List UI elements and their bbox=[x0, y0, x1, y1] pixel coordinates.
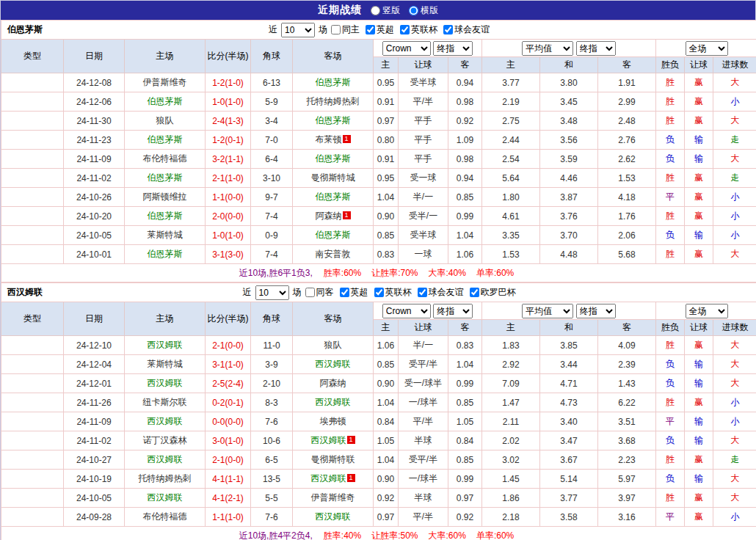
filter-checkbox-input[interactable] bbox=[366, 25, 375, 34]
avg-odds-cell: 3.87 bbox=[540, 188, 598, 207]
away-team-link[interactable]: 阿森纳 bbox=[316, 211, 342, 221]
home-team-link[interactable]: 西汉姆联 bbox=[148, 416, 183, 426]
handicap-odds-cell: 受半/一 bbox=[399, 207, 448, 226]
odds-time-select[interactable]: 终指 bbox=[433, 304, 473, 318]
filter-checkbox[interactable]: 英超 bbox=[366, 23, 394, 36]
league-cell: 英超 bbox=[1, 188, 64, 207]
avg-odds-cell: 3.47 bbox=[540, 431, 598, 450]
home-cell: 西汉姆联 bbox=[125, 412, 206, 431]
home-team-link[interactable]: 伯恩茅斯 bbox=[148, 96, 183, 106]
avg-time-select[interactable]: 终指 bbox=[576, 41, 616, 56]
avg-type-select[interactable]: 平均值 bbox=[522, 41, 573, 56]
home-team-link[interactable]: 狼队 bbox=[156, 115, 174, 125]
away-team-link[interactable]: 阿森纳 bbox=[320, 378, 346, 388]
vertical-layout-radio[interactable] bbox=[371, 6, 380, 15]
home-team-link[interactable]: 纽卡斯尔联 bbox=[143, 397, 187, 407]
home-team-link[interactable]: 伊普斯维奇 bbox=[143, 77, 187, 87]
filter-checkbox[interactable]: 球会友谊 bbox=[443, 23, 490, 36]
home-team-link[interactable]: 西汉姆联 bbox=[148, 454, 183, 464]
filter-checkbox[interactable]: 英超 bbox=[340, 286, 368, 299]
filter-checkbox[interactable]: 英联杯 bbox=[374, 286, 412, 299]
away-team-link[interactable]: 南安普敦 bbox=[316, 249, 351, 259]
home-team-link[interactable]: 诺丁汉森林 bbox=[143, 435, 187, 445]
avg-odds-cell: 1.53 bbox=[482, 245, 540, 264]
result-cell: 平 bbox=[656, 188, 685, 207]
odds-time-select[interactable]: 终指 bbox=[433, 41, 473, 56]
away-team-link[interactable]: 西汉姆联 bbox=[316, 511, 351, 522]
home-team-link[interactable]: 莱斯特城 bbox=[148, 359, 183, 369]
match-row: 英超24-11-02伯恩茅斯2-1(1-0)3-10曼彻斯特城0.95受一球0.… bbox=[1, 169, 756, 188]
scope-select[interactable]: 全场 bbox=[686, 304, 728, 318]
match-count-select[interactable]: 10 bbox=[255, 285, 289, 300]
home-team-link[interactable]: 伯恩茅斯 bbox=[148, 249, 183, 259]
away-team-link[interactable]: 西汉姆联 bbox=[316, 397, 351, 407]
filter-checkbox[interactable]: 同客 bbox=[305, 286, 334, 299]
away-team-link[interactable]: 伯恩茅斯 bbox=[316, 77, 351, 87]
home-team-link[interactable]: 伯恩茅斯 bbox=[148, 172, 183, 183]
away-team-link[interactable]: 埃弗顿 bbox=[320, 416, 346, 426]
away-team-link[interactable]: 伯恩茅斯 bbox=[316, 191, 351, 202]
handicap-odds-cell: 0.84 bbox=[374, 412, 399, 431]
home-team-link[interactable]: 西汉姆联 bbox=[148, 492, 183, 503]
filter-checkbox[interactable]: 同主 bbox=[331, 23, 360, 36]
filter-checkbox[interactable]: 球会友谊 bbox=[418, 286, 464, 299]
home-team-link[interactable]: 托特纳姆热刺 bbox=[139, 473, 192, 484]
home-team-link[interactable]: 布伦特福德 bbox=[143, 511, 187, 522]
filter-checkbox-input[interactable] bbox=[443, 25, 453, 34]
home-team-link[interactable]: 西汉姆联 bbox=[148, 378, 183, 388]
odds-source-select[interactable]: Crown bbox=[382, 41, 431, 56]
home-team-link[interactable]: 西汉姆联 bbox=[148, 340, 183, 350]
avg-time-select[interactable]: 终指 bbox=[576, 304, 616, 318]
home-cell: 西汉姆联 bbox=[125, 336, 206, 355]
home-team-link[interactable]: 阿斯顿维拉 bbox=[143, 191, 187, 202]
handicap-odds-cell: 0.83 bbox=[448, 336, 482, 355]
odds-source-select[interactable]: Crown bbox=[382, 304, 431, 318]
away-team-link[interactable]: 伯恩茅斯 bbox=[316, 115, 351, 125]
away-team-link[interactable]: 狼队 bbox=[324, 340, 342, 350]
date-cell: 24-10-26 bbox=[64, 188, 125, 207]
home-team-link[interactable]: 布伦特福德 bbox=[143, 153, 187, 164]
home-team-link[interactable]: 伯恩茅斯 bbox=[148, 134, 183, 145]
filter-checkbox-input[interactable] bbox=[305, 288, 315, 297]
filter-checkbox[interactable]: 欧罗巴杯 bbox=[470, 286, 516, 299]
away-team-link[interactable]: 伯恩茅斯 bbox=[316, 230, 351, 240]
home-cell: 阿斯顿维拉 bbox=[125, 188, 206, 207]
away-team-link[interactable]: 西汉姆联 bbox=[311, 473, 346, 484]
filter-checkbox-input[interactable] bbox=[340, 288, 349, 297]
filter-checkbox-input[interactable] bbox=[374, 288, 384, 297]
away-team-link[interactable]: 伯恩茅斯 bbox=[316, 153, 351, 164]
home-cell: 伯恩茅斯 bbox=[125, 131, 206, 150]
match-count-select[interactable]: 10 bbox=[281, 23, 315, 37]
layout-option-vertical[interactable]: 竖版 bbox=[371, 4, 400, 17]
filter-checkbox-label: 欧罗巴杯 bbox=[481, 286, 516, 299]
home-team-link[interactable]: 莱斯特城 bbox=[148, 230, 183, 240]
filter-checkbox[interactable]: 英联杯 bbox=[400, 23, 437, 36]
filter-checkbox-input[interactable] bbox=[418, 288, 427, 297]
away-team-link[interactable]: 布莱顿 bbox=[316, 134, 342, 145]
filter-checkbox-input[interactable] bbox=[400, 25, 410, 34]
away-team-link[interactable]: 托特纳姆热刺 bbox=[307, 96, 360, 106]
horizontal-layout-label: 横版 bbox=[421, 4, 438, 17]
result-cell: 输 bbox=[685, 131, 713, 150]
result-cell: 平 bbox=[656, 412, 685, 431]
score-cell: 1-0(1-0) bbox=[206, 226, 251, 245]
handicap-odds-cell: 平/半 bbox=[399, 412, 448, 431]
away-team-link[interactable]: 西汉姆联 bbox=[311, 435, 346, 445]
home-team-link[interactable]: 伯恩茅斯 bbox=[148, 211, 183, 221]
filter-checkbox-input[interactable] bbox=[331, 25, 341, 34]
result-cell: 负 bbox=[656, 131, 685, 150]
away-team-link[interactable]: 伊普斯维奇 bbox=[311, 492, 355, 503]
handicap-odds-cell: 0.99 bbox=[448, 470, 482, 489]
avg-type-select[interactable]: 平均值 bbox=[522, 304, 573, 318]
horizontal-layout-radio[interactable] bbox=[409, 6, 418, 15]
layout-option-horizontal[interactable]: 横版 bbox=[409, 4, 438, 17]
corner-cell: 7-6 bbox=[251, 412, 293, 431]
page-title: 近期战绩 bbox=[318, 4, 362, 17]
filter-checkbox-input[interactable] bbox=[470, 288, 479, 297]
away-team-link[interactable]: 西汉姆联 bbox=[316, 359, 351, 369]
date-cell: 24-12-06 bbox=[64, 92, 125, 112]
away-team-link[interactable]: 曼彻斯特城 bbox=[311, 172, 355, 183]
away-team-link[interactable]: 曼彻斯特联 bbox=[311, 454, 355, 464]
away-cell: 西汉姆联 bbox=[293, 393, 374, 412]
scope-select[interactable]: 全场 bbox=[686, 41, 728, 56]
